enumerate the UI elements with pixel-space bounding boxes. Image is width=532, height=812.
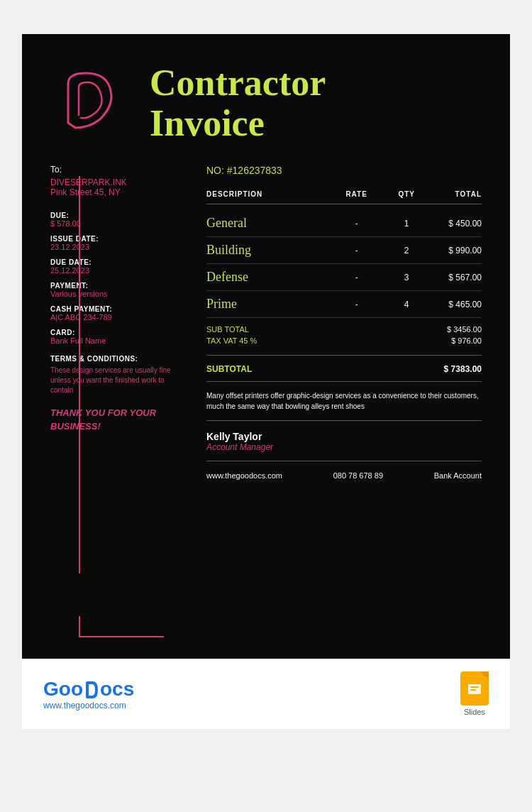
table-header: DESCRIPTION RATE QTY TOTAL — [206, 190, 482, 204]
due-value: $ 578.00 — [50, 219, 185, 228]
tax-label: TAX VAT 45 % — [206, 336, 257, 345]
svg-rect-2 — [470, 689, 476, 691]
tax-row: TAX VAT 45 % $ 976.00 — [206, 336, 482, 345]
notes-text: Many offset printers offer graphic-desig… — [206, 390, 482, 412]
thank-you-text: THANK YOU FOR YOUR BUSINESS! — [50, 407, 185, 432]
grand-total-value: $ 7383.00 — [444, 364, 482, 374]
due-date-value: 25.12.2023 — [50, 266, 185, 275]
grand-total-row: SUBTOTAL $ 7383.00 — [206, 364, 482, 382]
slides-icon-area: Slides — [460, 671, 489, 716]
signature-section: Kelly Taylor Account Manager — [206, 431, 482, 461]
card-label: CARD: — [50, 329, 185, 336]
notes-section: Many offset printers offer graphic-desig… — [206, 390, 482, 421]
gooddocs-url: www.thegoodocs.com — [43, 701, 134, 710]
table-rows: General - 1 $ 450.00 Building - 2 $ 990.… — [206, 210, 482, 318]
payment-block: PAYMENT: Various versions — [50, 282, 185, 298]
left-panel: To: DIVESERPARK.INK Pink Street 45, NY D… — [50, 165, 185, 480]
footer-section: www.thegoodocs.com 080 78 678 89 Bank Ac… — [206, 471, 482, 480]
slides-doc-icon — [467, 681, 482, 696]
footer-website: www.thegoodocs.com — [206, 471, 282, 480]
cash-payment-label: CASH PAYMENT: — [50, 305, 185, 313]
row-qty-3: 4 — [382, 300, 432, 309]
cash-payment-block: CASH PAYMENT: A|C ABC 234-789 — [50, 305, 185, 322]
row-desc-0: General — [206, 216, 331, 231]
col-rate-header: RATE — [331, 190, 382, 198]
row-rate-2: - — [331, 273, 382, 282]
cash-payment-value: A|C ABC 234-789 — [50, 313, 185, 322]
slides-icon — [460, 671, 489, 706]
svg-rect-1 — [470, 686, 479, 688]
gooddocs-name: Gooocs — [43, 678, 134, 701]
row-rate-1: - — [331, 246, 382, 256]
recipient-name: DIVESERPARK.INK — [50, 177, 185, 187]
terms-label: TERMS & CONDITIONS: — [50, 355, 185, 363]
invoice-no-value: #126237833 — [227, 165, 282, 176]
signer-role: Account Manager — [206, 442, 482, 452]
invoice-title: Contractor Invoice — [150, 62, 326, 143]
row-rate-3: - — [331, 300, 382, 309]
title-area: Contractor Invoice — [150, 62, 326, 143]
page-wrapper: Contractor Invoice To: DIVESERPARK.INK P… — [0, 0, 532, 812]
row-desc-1: Building — [206, 243, 331, 258]
col-qty-header: QTY — [382, 190, 432, 198]
payment-label: PAYMENT: — [50, 282, 185, 290]
row-total-0: $ 450.00 — [431, 219, 482, 229]
slides-label: Slides — [464, 708, 485, 716]
row-desc-3: Prime — [206, 297, 331, 312]
table-row: General - 1 $ 450.00 — [206, 210, 482, 237]
tax-value: $ 976.00 — [451, 336, 482, 345]
grand-total-label: SUBTOTAL — [206, 364, 252, 374]
col-total-header: TOTAL — [431, 190, 482, 198]
footer-phone: 080 78 678 89 — [333, 471, 383, 480]
issue-date-label: ISSUE DATE: — [50, 235, 185, 243]
recipient-address: Pink Street 45, NY — [50, 187, 185, 197]
brand-d-icon — [83, 678, 100, 701]
col-description-header: DESCRIPTION — [206, 190, 331, 198]
terms-text: These design services are usually fine u… — [50, 366, 185, 395]
invoice-container: Contractor Invoice To: DIVESERPARK.INK P… — [22, 34, 510, 659]
due-block: DUE: $ 578.00 — [50, 212, 185, 228]
row-total-2: $ 567.00 — [431, 273, 482, 282]
table-row: Prime - 4 $ 465.00 — [206, 291, 482, 318]
due-date-block: DUE DATE: 25.12.2023 — [50, 258, 185, 275]
due-date-label: DUE DATE: — [50, 258, 185, 266]
card-block: CARD: Bank Full Name — [50, 329, 185, 345]
gooddocs-logo: Gooocs www.thegoodocs.com — [43, 678, 134, 710]
content-area: To: DIVESERPARK.INK Pink Street 45, NY D… — [50, 165, 482, 480]
row-qty-2: 3 — [382, 273, 432, 282]
row-qty-1: 2 — [382, 246, 432, 256]
row-total-1: $ 990.00 — [431, 246, 482, 256]
right-panel: NO: #126237833 DESCRIPTION RATE QTY TOTA… — [206, 165, 482, 480]
row-rate-0: - — [331, 219, 382, 229]
row-desc-2: Defense — [206, 270, 331, 285]
payment-value: Various versions — [50, 290, 185, 298]
header-section: Contractor Invoice — [50, 62, 482, 143]
row-total-3: $ 465.00 — [431, 300, 482, 309]
table-row: Building - 2 $ 990.00 — [206, 237, 482, 264]
sub-total-label: SUB TOTAL — [206, 325, 249, 334]
due-label: DUE: — [50, 212, 185, 219]
terms-block: TERMS & CONDITIONS: These design service… — [50, 355, 185, 395]
invoice-no-label: NO: — [206, 165, 224, 176]
to-label: To: — [50, 165, 185, 175]
invoice-number: NO: #126237833 — [206, 165, 482, 176]
branding-bar: Gooocs www.thegoodocs.com Slides — [22, 659, 510, 729]
sub-total-row: SUB TOTAL $ 3456.00 — [206, 325, 482, 334]
brand-part1: Goo — [43, 678, 83, 700]
to-block: To: DIVESERPARK.INK Pink Street 45, NY — [50, 165, 185, 197]
logo-icon — [50, 62, 128, 141]
subtotals-section: SUB TOTAL $ 3456.00 TAX VAT 45 % $ 976.0… — [206, 325, 482, 356]
left-accent-line — [79, 176, 80, 574]
row-qty-0: 1 — [382, 219, 432, 229]
issue-date-value: 23.12.2023 — [50, 243, 185, 251]
d-logo-icon — [84, 680, 99, 700]
title-line1: Contractor — [150, 62, 326, 103]
issue-date-block: ISSUE DATE: 23.12.2023 — [50, 235, 185, 251]
logo-area — [50, 62, 128, 141]
brand-part3: ocs — [100, 678, 134, 700]
bottom-accent-h — [79, 636, 164, 637]
sub-total-value: $ 3456.00 — [447, 325, 482, 334]
card-value: Bank Full Name — [50, 336, 185, 345]
footer-bank: Bank Account — [434, 471, 482, 480]
title-line2: Invoice — [150, 103, 265, 143]
